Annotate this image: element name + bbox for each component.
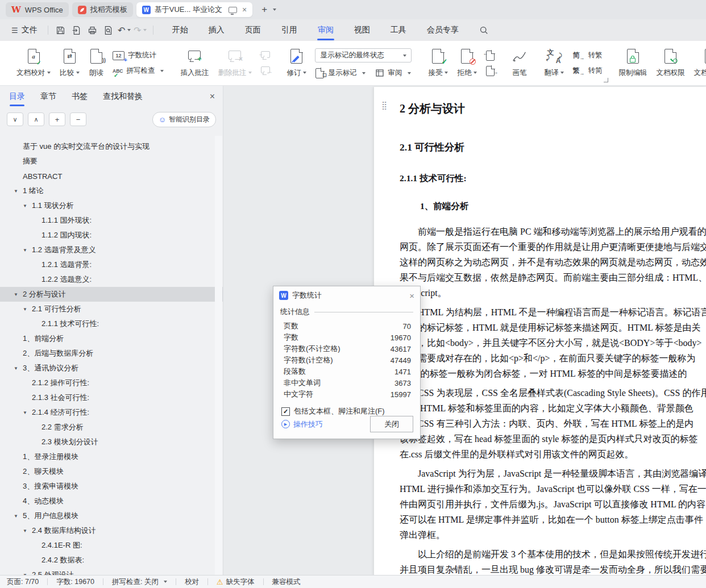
menu-item-7[interactable]: 工具: [390, 23, 407, 37]
print-preview-button[interactable]: [102, 23, 115, 37]
outline-item[interactable]: 2.2 需求分析: [0, 420, 223, 435]
reject-button[interactable]: 拒绝: [453, 49, 481, 78]
tab-document[interactable]: W 基于VUE... 毕业论文 ×: [136, 2, 252, 17]
outline-item[interactable]: 3、搜索申请模块: [0, 479, 223, 494]
outline-item[interactable]: ▼2 分析与设计: [0, 287, 223, 302]
outline-item[interactable]: 1.1.2 国内现状:: [0, 228, 223, 243]
tab-chapters[interactable]: 章节: [40, 91, 56, 102]
outline-item[interactable]: 2、后端与数据库分析: [0, 346, 223, 361]
close-dialog-icon[interactable]: ×: [409, 291, 414, 301]
review-pane-button[interactable]: 审阅: [375, 68, 411, 78]
outline-item[interactable]: 4、动态模块: [0, 494, 223, 508]
to-traditional-button[interactable]: 简→ 转繁: [572, 51, 602, 61]
outline-item[interactable]: ▼2.1 可行性分析: [0, 302, 223, 316]
zoom-in-outline-button[interactable]: +: [49, 112, 65, 126]
document-page[interactable]: ⣿ 2 分析与设计 2.1 可行性分析 2.1.1 技术可行性: 1、前端分析 …: [374, 87, 706, 576]
outline-item[interactable]: 摘要: [0, 154, 223, 169]
save-button[interactable]: [54, 23, 68, 37]
checkbox-checked-icon[interactable]: ✓: [281, 407, 290, 416]
track-changes-button[interactable]: 修订: [283, 49, 310, 78]
outline-item[interactable]: ▼1.1 现状分析: [0, 198, 223, 213]
markup-state-dropdown[interactable]: 显示标记的最终状态: [315, 48, 412, 62]
status-item[interactable]: 页面: 7/70: [7, 577, 39, 587]
tab-list-chevron-icon[interactable]: [273, 9, 276, 11]
outline-item[interactable]: 2.1.3 社会可行性:: [0, 390, 223, 405]
redo-button[interactable]: ↷: [134, 23, 147, 37]
drag-handle-icon[interactable]: ⣿: [381, 101, 388, 110]
pen-button[interactable]: 画笔: [508, 49, 531, 78]
next-change-icon[interactable]: →: [485, 66, 495, 76]
outline-item[interactable]: 2.1.1 技术可行性:: [0, 316, 223, 331]
new-tab-button[interactable]: +: [261, 4, 267, 15]
status-item[interactable]: 校对: [185, 577, 199, 587]
word-count-button[interactable]: 12+ 字数统计: [113, 51, 164, 60]
outline-item[interactable]: 1、登录注册模块: [0, 449, 223, 464]
outline-item[interactable]: 1、前端分析: [0, 331, 223, 346]
outline-item[interactable]: 基于 vue 的实时交流平台的设计与实现: [0, 139, 223, 154]
compare-button[interactable]: ⇄ 比较: [56, 49, 84, 78]
insert-comment-button[interactable]: + 插入批注: [176, 49, 213, 78]
tab-wps-home[interactable]: W WPS Office: [6, 2, 69, 17]
present-screen-icon[interactable]: [229, 7, 237, 13]
outline-item[interactable]: ABSTRACT: [0, 169, 223, 184]
delete-comment-button[interactable]: × 删除批注: [214, 49, 256, 78]
menu-item-1[interactable]: 开始: [172, 23, 189, 37]
collapse-arrow-icon[interactable]: ▼: [14, 366, 23, 371]
sidebar-scrollbar[interactable]: [215, 136, 222, 576]
collapse-arrow-icon[interactable]: ▼: [23, 410, 32, 415]
menu-item-3[interactable]: 页面: [244, 23, 261, 37]
outline-item[interactable]: 1.2.2 选题意义:: [0, 272, 223, 287]
restrict-edit-button[interactable]: 限制编辑: [614, 49, 651, 78]
close-tab-icon[interactable]: ×: [242, 5, 247, 14]
menu-item-5[interactable]: 审阅: [317, 23, 334, 37]
smart-catalog-button[interactable]: ☺ 智能识别目录: [152, 112, 216, 127]
translate-button[interactable]: 文 A ⤸ ⤸ 翻译: [540, 49, 568, 78]
outline-item[interactable]: 2.4.2 数据表:: [0, 553, 223, 568]
collapse-all-button[interactable]: ∧: [28, 112, 44, 126]
print-button[interactable]: [86, 23, 99, 37]
group-expand-icon[interactable]: [604, 78, 608, 82]
status-item[interactable]: ⚠缺失字体: [217, 577, 255, 587]
collapse-arrow-icon[interactable]: ▼: [23, 248, 32, 253]
undo-button[interactable]: ↶: [118, 23, 131, 37]
search-icon[interactable]: [477, 23, 491, 37]
outline-item[interactable]: ▼2.5 外观设计: [0, 568, 223, 576]
status-item[interactable]: 字数: 19670: [56, 577, 94, 587]
outline-item[interactable]: ▼5、用户信息模块: [0, 508, 223, 523]
include-footnotes-checkbox[interactable]: ✓ 包括文本框、脚注和尾注(F): [281, 406, 413, 416]
doc-permission-button[interactable]: 文档权限: [652, 49, 688, 78]
outline-item[interactable]: ▼2.1.4 经济可行性:: [0, 405, 223, 420]
collapse-arrow-icon[interactable]: ▼: [14, 514, 23, 519]
previous-change-icon[interactable]: ←: [485, 51, 495, 60]
collapse-arrow-icon[interactable]: ▼: [14, 189, 23, 194]
spellcheck-button[interactable]: ABC✓ 拼写检查: [113, 66, 164, 76]
outline-item[interactable]: 2.4.1E-R 图:: [0, 538, 223, 553]
to-simplified-button[interactable]: 繁→ 转简: [572, 66, 602, 76]
show-markup-button[interactable]: ❏ 显示标记: [315, 68, 366, 78]
tab-catalog[interactable]: 目录: [9, 91, 25, 102]
outline-item[interactable]: ▼1 绪论: [0, 184, 223, 198]
menu-item-6[interactable]: 视图: [354, 23, 371, 37]
close-pane-icon[interactable]: ×: [210, 91, 215, 102]
outline-item[interactable]: ▼3、通讯协议分析: [0, 361, 223, 376]
tab-docer-templates[interactable]: 找稻壳模板: [72, 2, 133, 17]
export-pdf-button[interactable]: [70, 23, 84, 37]
file-menu-button[interactable]: ☰ 文件: [7, 25, 42, 35]
close-button[interactable]: 关闭: [370, 416, 413, 432]
dialog-titlebar[interactable]: W 字数统计 ×: [273, 286, 420, 305]
status-item[interactable]: 拼写检查: 关闭: [112, 577, 167, 587]
outline-item[interactable]: ▼1.2 选题背景及意义: [0, 243, 223, 257]
outline-item[interactable]: 2.1.2 操作可行性:: [0, 376, 223, 390]
previous-comment-icon[interactable]: ←: [260, 51, 270, 60]
tips-link[interactable]: ▶ 操作技巧: [281, 419, 323, 429]
proofread-button[interactable]: a ✓ 文档校对: [13, 49, 55, 78]
outline-item[interactable]: 1.2.1 选题背景:: [0, 257, 223, 272]
status-item[interactable]: 兼容模式: [272, 577, 301, 587]
collapse-arrow-icon[interactable]: ▼: [23, 307, 32, 312]
menu-item-8[interactable]: 会员专享: [426, 23, 459, 37]
doc-finalize-button[interactable]: ✓ 文档定稿: [690, 49, 706, 78]
collapse-arrow-icon[interactable]: ▼: [23, 528, 32, 533]
collapse-arrow-icon[interactable]: ▼: [14, 292, 23, 297]
outline-item[interactable]: ▼2.4 数据库结构设计: [0, 523, 223, 538]
expand-all-button[interactable]: ∨: [7, 112, 23, 126]
